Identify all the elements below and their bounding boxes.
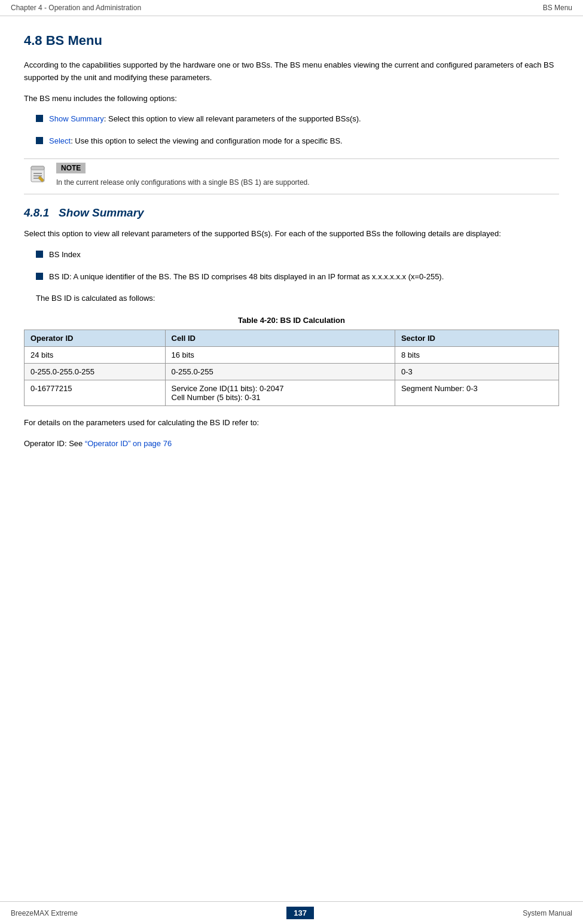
bullet-select: Select: Use this option to select the vi… — [36, 135, 559, 148]
bullet-icon-3 — [36, 251, 43, 258]
bullet-text-4: BS ID: A unique identifier of the BS. Th… — [49, 271, 444, 283]
bs-id-calc-text: The BS ID is calculated as follows: — [36, 292, 559, 305]
table-header-sector-id: Sector ID — [395, 330, 558, 347]
table-cell-cell-3: Service Zone ID(11 bits): 0-2047 Cell Nu… — [165, 380, 395, 406]
table-cell-op-3: 0-16777215 — [25, 380, 166, 406]
bullet-suffix-1: : Select this option to view all relevan… — [104, 114, 361, 123]
subsection-number: 4.8.1 — [24, 206, 49, 219]
bullet-icon-4 — [36, 273, 43, 280]
note-label: NOTE — [56, 163, 86, 173]
svg-rect-1 — [31, 166, 44, 170]
after-table-text: For details on the parameters used for c… — [24, 417, 559, 429]
table-cell-sector-3: Segment Number: 0-3 — [395, 380, 558, 406]
bullet-text-1: Show Summary: Select this option to view… — [49, 113, 361, 126]
bs-id-table: Operator ID Cell ID Sector ID 24 bits 16… — [24, 330, 559, 406]
bullet-show-summary: Show Summary: Select this option to view… — [36, 113, 559, 126]
bullet-icon-1 — [36, 115, 43, 122]
page-footer: BreezeMAX Extreme 137 System Manual — [0, 901, 583, 924]
footer-page: 137 — [286, 907, 314, 919]
header-left: Chapter 4 - Operation and Administration — [11, 4, 141, 12]
bullet-text-3: BS Index — [49, 249, 81, 261]
operator-id-ref: Operator ID: See “Operator ID” on page 7… — [24, 438, 559, 450]
bullet-icon-2 — [36, 137, 43, 144]
header-right: BS Menu — [543, 4, 572, 12]
table-cell-op-1: 24 bits — [25, 347, 166, 364]
table-title: Table 4-20: BS ID Calculation — [24, 316, 559, 325]
table-header-cell-id: Cell ID — [165, 330, 395, 347]
note-content: NOTE In the current release only configu… — [53, 159, 559, 194]
bullet-bs-id: BS ID: A unique identifier of the BS. Th… — [36, 271, 559, 283]
subsection-intro: Select this option to view all relevant … — [24, 228, 559, 240]
show-summary-link[interactable]: Show Summary — [49, 114, 104, 123]
table-cell-sector-1: 8 bits — [395, 347, 558, 364]
main-content: 4.8 BS Menu According to the capabilitie… — [0, 16, 583, 477]
subsection-title: 4.8.1 Show Summary — [24, 206, 559, 219]
table-header-operator-id: Operator ID — [25, 330, 166, 347]
subsection-heading: Show Summary — [59, 206, 144, 219]
section-heading: BS Menu — [46, 33, 102, 48]
note-text: In the current release only configuratio… — [56, 177, 553, 188]
intro-paragraph-2: The BS menu includes the following optio… — [24, 93, 559, 105]
notepad-icon — [29, 164, 48, 183]
footer-right: System Manual — [523, 909, 572, 917]
section-title: 4.8 BS Menu — [24, 33, 559, 48]
footer-left: BreezeMAX Extreme — [11, 909, 78, 917]
section-number: 4.8 — [24, 33, 42, 48]
table-row: 24 bits 16 bits 8 bits — [25, 347, 559, 364]
table-row: 0-255.0-255.0-255 0-255.0-255 0-3 — [25, 364, 559, 380]
table-cell-cell-2: 0-255.0-255 — [165, 364, 395, 380]
bullet-text-2: Select: Use this option to select the vi… — [49, 135, 343, 148]
table-cell-op-2: 0-255.0-255.0-255 — [25, 364, 166, 380]
note-icon-area — [24, 159, 53, 188]
select-link[interactable]: Select — [49, 136, 71, 145]
page-header: Chapter 4 - Operation and Administration… — [0, 0, 583, 16]
note-box: NOTE In the current release only configu… — [24, 158, 559, 194]
operator-id-label: Operator ID: See — [24, 439, 85, 448]
table-cell-sector-2: 0-3 — [395, 364, 558, 380]
intro-paragraph-1: According to the capabilities supported … — [24, 59, 559, 84]
operator-id-link[interactable]: “Operator ID” on page 76 — [85, 439, 172, 448]
table-row: 0-16777215 Service Zone ID(11 bits): 0-2… — [25, 380, 559, 406]
bullet-bs-index: BS Index — [36, 249, 559, 261]
bullet-suffix-2: : Use this option to select the viewing … — [71, 136, 343, 145]
cell-id-sub2: Cell Number (5 bits): 0-31 — [172, 393, 261, 402]
cell-id-sub1: Service Zone ID(11 bits): 0-2047 — [172, 384, 284, 393]
table-cell-cell-1: 16 bits — [165, 347, 395, 364]
